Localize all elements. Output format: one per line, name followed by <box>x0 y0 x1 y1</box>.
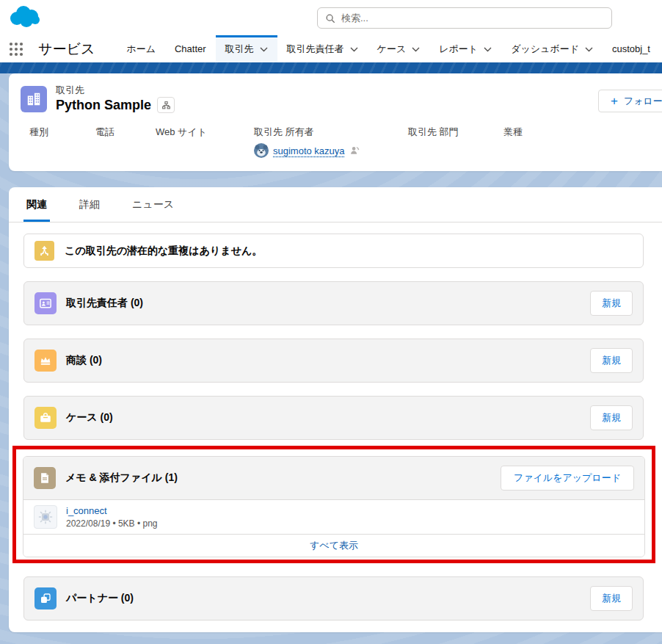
file-thumbnail <box>34 505 57 529</box>
user-detail-icon[interactable] <box>349 145 360 156</box>
account-entity-icon <box>21 86 47 112</box>
record-title-block: 取引先 Python Sample <box>56 84 175 114</box>
new-opportunity-button[interactable]: 新規 <box>590 348 633 373</box>
tab-news[interactable]: ニュース <box>129 187 177 222</box>
file-name-link[interactable]: i_connect <box>66 505 158 516</box>
note-file-icon <box>38 471 51 485</box>
field-label: 電話 <box>95 126 114 139</box>
notes-header: メモ & 添付ファイル (1) ファイルをアップロード <box>23 457 644 500</box>
nav-tab-accounts[interactable]: 取引先 <box>216 35 277 62</box>
duplicates-message: この取引先の潜在的な重複はありません。 <box>65 245 262 258</box>
app-name[interactable]: サービス <box>32 35 117 62</box>
nav-tab-contacts[interactable]: 取引先責任者 <box>277 35 368 62</box>
nav-tab-label: Chatter <box>175 43 206 54</box>
chevron-down-icon <box>585 47 593 52</box>
merge-icon <box>38 245 51 257</box>
record-header: 取引先 Python Sample <box>21 84 658 114</box>
app-launcher-button[interactable] <box>0 35 32 62</box>
record-title: Python Sample <box>56 96 151 114</box>
search-icon <box>325 13 335 23</box>
plus-icon: + <box>611 95 618 107</box>
record-page-background: 取引先 Python Sample + フォロー <box>0 62 662 644</box>
related-list-notes-attachments: メモ & 添付ファイル (1) ファイルをアップロード <box>23 456 645 557</box>
duplicates-card: この取引先の潜在的な重複はありません。 <box>23 234 644 268</box>
crown-icon <box>39 354 52 367</box>
nav-tab-cases[interactable]: ケース <box>368 35 430 62</box>
chevron-down-icon <box>350 47 358 52</box>
file-list-item[interactable]: i_connect 2022/08/19 • 5KB • png <box>23 500 644 534</box>
related-list-opportunities: 商談 (0) 新規 <box>23 339 644 383</box>
owner-avatar <box>254 143 269 158</box>
related-list-contacts: 取引先責任者 (0) 新規 <box>23 281 644 325</box>
related-list-title[interactable]: 商談 (0) <box>66 354 102 367</box>
salesforce-cloud-icon <box>7 4 43 30</box>
partners-icon <box>34 587 57 609</box>
nav-tab-label: ホーム <box>126 43 156 56</box>
field-label: 種別 <box>29 126 48 139</box>
related-list-title[interactable]: パートナー (0) <box>66 592 134 605</box>
related-list-partners: パートナー (0) 新規 <box>23 576 644 621</box>
field-type: 種別 <box>29 126 48 139</box>
view-hierarchy-button[interactable] <box>157 97 175 113</box>
overlapping-squares-icon <box>39 592 52 605</box>
opportunity-icon <box>34 350 57 372</box>
salesforce-app-window: サービス ホーム Chatter 取引先 取引先責任者 ケース レポート ダッシ… <box>0 0 662 644</box>
upload-file-button[interactable]: ファイルをアップロード <box>501 466 634 491</box>
record-body-panel: 関連 詳細 ニュース この取引先の潜在的な重複はありません。 <box>9 187 662 632</box>
owner-link[interactable]: sugimoto kazuya <box>273 145 345 156</box>
tab-related[interactable]: 関連 <box>23 187 50 222</box>
chevron-down-icon <box>484 47 492 52</box>
highlights-fields: 種別 電話 Web サイト 取引先 所有者 <box>21 126 658 170</box>
waffle-icon <box>8 41 24 57</box>
nav-tab-label: 取引先 <box>225 43 254 56</box>
follow-button[interactable]: + フォロー <box>598 90 662 112</box>
building-icon <box>26 91 42 107</box>
field-website: Web サイト <box>156 126 207 139</box>
related-list-title[interactable]: メモ & 添付ファイル (1) <box>65 471 178 485</box>
nav-tab-custom-object[interactable]: custobj_t <box>603 35 660 62</box>
case-icon <box>34 407 57 429</box>
nav-tab-dashboards[interactable]: ダッシュボード <box>501 35 603 62</box>
related-lists-container: この取引先の潜在的な重複はありません。 取引先責任者 (0) <box>9 222 662 621</box>
global-header <box>0 0 662 35</box>
global-search[interactable] <box>317 7 612 29</box>
briefcase-icon <box>39 411 52 424</box>
follow-label: フォロー <box>624 95 662 108</box>
field-label: 業種 <box>503 126 523 139</box>
field-label: 取引先 所有者 <box>254 126 360 139</box>
new-partner-button[interactable]: 新規 <box>590 586 633 611</box>
chevron-down-icon <box>260 47 268 52</box>
nav-tab-chatter[interactable]: Chatter <box>165 35 216 62</box>
nav-tab-reports[interactable]: レポート <box>429 35 501 62</box>
related-list-cases: ケース (0) 新規 <box>23 396 644 440</box>
nav-tab-label: ダッシュボード <box>511 43 579 56</box>
tab-details[interactable]: 詳細 <box>76 187 103 222</box>
annotation-red-rectangle: メモ & 添付ファイル (1) ファイルをアップロード <box>12 446 655 563</box>
new-contact-button[interactable]: 新規 <box>590 291 633 316</box>
duplicate-check-icon <box>34 241 54 261</box>
field-label: Web サイト <box>156 126 207 139</box>
nav-tab-label: custobj_t <box>612 43 650 54</box>
file-meta: 2022/08/19 • 5KB • png <box>66 518 158 529</box>
field-industry: 業種 <box>503 126 523 139</box>
search-input[interactable] <box>341 12 604 23</box>
contact-card-icon <box>39 297 52 310</box>
header-texture-strip <box>0 62 662 73</box>
view-all-link[interactable]: すべて表示 <box>310 539 358 552</box>
notes-icon <box>34 467 56 489</box>
object-label: 取引先 <box>56 84 175 96</box>
salesforce-logo[interactable] <box>7 4 43 33</box>
field-owner: 取引先 所有者 sugimoto kazuya <box>254 126 360 158</box>
app-navigation-bar: サービス ホーム Chatter 取引先 取引先責任者 ケース レポート ダッシ… <box>0 35 662 62</box>
view-all-row: すべて表示 <box>23 534 644 557</box>
chip-image-icon <box>37 509 54 525</box>
field-label: 取引先 部門 <box>408 126 459 139</box>
hierarchy-icon <box>161 101 171 110</box>
nav-tab-label: ケース <box>377 43 407 56</box>
nav-tab-home[interactable]: ホーム <box>117 35 165 62</box>
new-case-button[interactable]: 新規 <box>590 405 633 430</box>
related-list-title[interactable]: ケース (0) <box>66 411 113 424</box>
nav-tab-label: 取引先責任者 <box>287 43 344 56</box>
record-highlights-panel: 取引先 Python Sample + フォロー <box>9 73 662 171</box>
related-list-title[interactable]: 取引先責任者 (0) <box>66 297 143 310</box>
